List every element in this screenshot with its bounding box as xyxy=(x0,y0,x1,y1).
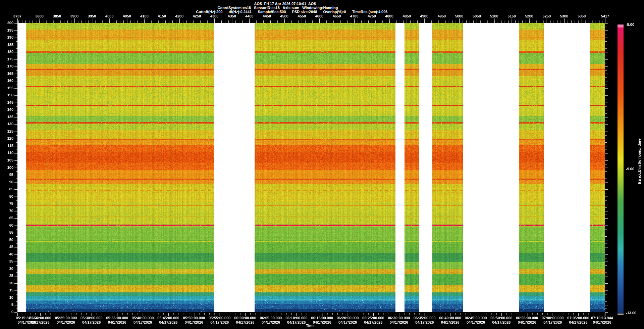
time-label: 06:30:00.000 xyxy=(388,316,410,320)
time-label: 05:25:00.000 xyxy=(55,316,77,320)
frequency-axis-label: 65 xyxy=(0,216,13,220)
time-label: 07:00:00.000 xyxy=(542,316,564,320)
frame-axis-label: 4350 xyxy=(228,14,236,18)
date-label: 04/17/2026 xyxy=(543,320,562,324)
aos-spectrogram-window: AOS Fri 17 Apr 2026 07:10:01 AOS CoordSy… xyxy=(0,0,644,329)
time-label: 06:45:00.000 xyxy=(465,316,487,320)
time-label: 05:40:00.000 xyxy=(132,316,154,320)
time-label: 07:10:13.944 xyxy=(591,316,613,320)
frequency-axis-label: 195 xyxy=(0,28,13,32)
frame-axis-label: 3800 xyxy=(35,14,43,18)
frequency-axis-label: 145 xyxy=(0,100,13,104)
time-label: 06:10:00.000 xyxy=(285,316,307,320)
frequency-axis-label: 115 xyxy=(0,144,13,148)
date-label: 04/17/2026 xyxy=(236,320,255,324)
frame-axis-label: 4650 xyxy=(333,14,341,18)
frequency-axis-label: 185 xyxy=(0,43,13,47)
frequency-axis-label: 80 xyxy=(0,194,13,198)
frequency-axis-label: 165 xyxy=(0,72,13,76)
frequency-axis-label: 150 xyxy=(0,93,13,97)
frame-axis-label: 3900 xyxy=(70,14,78,18)
date-label: 04/17/2026 xyxy=(133,320,152,324)
frame-axis-label: 5100 xyxy=(490,14,498,18)
time-label: 06:25:00.000 xyxy=(362,316,384,320)
date-label: 04/17/2026 xyxy=(210,320,229,324)
date-label: 04/17/2026 xyxy=(31,320,50,324)
colorbar-tick-label: -9.00 xyxy=(626,167,634,171)
frequency-axis-label: 0 xyxy=(0,310,13,314)
time-axis-title: Time xyxy=(306,324,314,328)
frequency-axis-label: 40 xyxy=(0,252,13,256)
frequency-axis-label: 100 xyxy=(0,166,13,170)
frequency-axis-label: 50 xyxy=(0,238,13,242)
time-label: 06:20:00.000 xyxy=(337,316,359,320)
date-label: 04/17/2026 xyxy=(415,320,434,324)
frequency-axis-label: 170 xyxy=(0,64,13,68)
frequency-axis-label: 135 xyxy=(0,115,13,119)
frame-axis-label: 4900 xyxy=(420,14,428,18)
amplitude-axis-title: Amplitude(Log10(g^2/Hz)) xyxy=(638,138,642,184)
frame-axis-label: 4950 xyxy=(438,14,446,18)
frequency-axis-label: 120 xyxy=(0,136,13,140)
frequency-axis-label: 95 xyxy=(0,173,13,177)
header-settings: CoordSystem:es18 SensorID:es18 Axis:sum … xyxy=(218,6,338,10)
frame-axis-label: 4750 xyxy=(368,14,376,18)
frame-axis-label: 5250 xyxy=(543,14,551,18)
spectrogram-canvas xyxy=(17,23,605,312)
time-label: 06:40:00.000 xyxy=(439,316,461,320)
frequency-axis-label: 180 xyxy=(0,50,13,54)
frame-axis-label: 4600 xyxy=(315,14,323,18)
frame-axis-label: 4050 xyxy=(123,14,131,18)
frequency-axis-label: 30 xyxy=(0,267,13,271)
frame-axis-label: 5000 xyxy=(455,14,463,18)
frequency-axis-label: 25 xyxy=(0,274,13,278)
frequency-axis-label: 45 xyxy=(0,245,13,249)
frame-axis-label: 4700 xyxy=(350,14,358,18)
date-label: 04/17/2026 xyxy=(159,320,177,324)
time-label: 06:15:00.000 xyxy=(311,316,333,320)
frame-axis-label: 4200 xyxy=(175,14,183,18)
date-label: 04/17/2026 xyxy=(569,320,588,324)
frame-axis-label: 3950 xyxy=(88,14,96,18)
date-label: 04/17/2026 xyxy=(313,320,331,324)
date-label: 04/17/2026 xyxy=(338,320,357,324)
header-title: AOS Fri 17 Apr 2026 07:10:01 AOS xyxy=(254,2,316,6)
frame-axis-label: 3850 xyxy=(53,14,61,18)
frame-axis-label: 4150 xyxy=(158,14,166,18)
colorbar-tick-label: -13.00 xyxy=(626,311,636,315)
date-label: 04/17/2026 xyxy=(108,320,126,324)
frame-axis-label: 3737 xyxy=(13,14,21,18)
colorbar xyxy=(618,25,624,313)
frame-axis-label: 4250 xyxy=(193,14,201,18)
frequency-axis-label: 15 xyxy=(0,288,13,292)
time-label: 05:50:00.000 xyxy=(183,316,205,320)
frequency-axis-label: 35 xyxy=(0,259,13,263)
frame-axis-label: 4550 xyxy=(298,14,306,18)
frequency-axis-label: 110 xyxy=(0,151,13,155)
frame-axis-label: 4850 xyxy=(402,14,411,18)
frequency-axis-label: 105 xyxy=(0,158,13,162)
frame-axis-label: 5350 xyxy=(578,14,586,18)
header-params: Cuttoff(Hz):200 df(Hz):0.2441 Sample/Sec… xyxy=(196,10,388,14)
date-label: 04/17/2026 xyxy=(185,320,203,324)
frame-axis-label: 5050 xyxy=(473,14,481,18)
time-label: 06:05:00.000 xyxy=(260,316,282,320)
time-label: 05:30:00.000 xyxy=(80,316,102,320)
time-label: 07:05:00.000 xyxy=(567,316,589,320)
time-label: 06:35:00.000 xyxy=(414,316,435,320)
frame-axis-label: 5300 xyxy=(560,14,568,18)
frame-axis-label: 4100 xyxy=(140,14,148,18)
frequency-axis-label: 5 xyxy=(0,302,13,307)
frequency-axis-label: 20 xyxy=(0,281,13,285)
frame-axis-label: 4300 xyxy=(210,14,218,18)
frame-axis-label: 4800 xyxy=(385,14,393,18)
date-label: 04/17/2026 xyxy=(82,320,101,324)
frequency-axis-label: 75 xyxy=(0,201,13,205)
time-label: 06:50:00.000 xyxy=(490,316,512,320)
frequency-axis-label: 90 xyxy=(0,180,13,184)
frame-axis-label: 5200 xyxy=(525,14,533,18)
date-label: 04/17/2026 xyxy=(518,320,536,324)
frequency-axis-label: 155 xyxy=(0,86,13,90)
frequency-axis-label: 55 xyxy=(0,230,13,234)
date-label: 04/17/2026 xyxy=(441,320,460,324)
